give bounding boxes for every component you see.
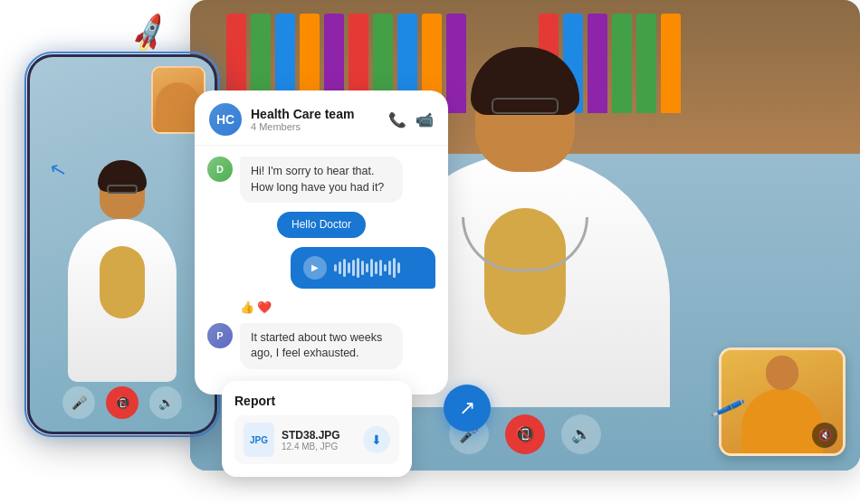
main-end-call-btn[interactable]: 📵 xyxy=(505,414,545,454)
thumbnail-mute-icon: 🔇 xyxy=(812,423,837,448)
reaction-thumbs: 👍 xyxy=(240,300,254,314)
file-type-icon: JPG xyxy=(244,423,274,457)
phone-mic-btn[interactable]: 🎤 xyxy=(62,386,95,419)
file-size: 12.4 MB, JPG xyxy=(282,442,356,452)
msg-bubble-1: Hi! I'm sorry to hear that. How long hav… xyxy=(240,157,403,203)
message-reactions: 👍 ❤️ xyxy=(240,300,435,314)
chat-video-icon[interactable]: 📹 xyxy=(416,111,434,128)
file-info: STD38.JPG 12.4 MB, JPG xyxy=(282,429,356,452)
chat-call-icon[interactable]: 📞 xyxy=(388,111,406,128)
voice-waveform xyxy=(334,258,423,278)
voice-message-bubble: ▶ xyxy=(291,247,435,289)
message-voice: ▶ xyxy=(207,247,435,289)
chat-panel: HC Health Care team 4 Members 📞 📹 D Hi! … xyxy=(195,90,448,395)
chat-header: HC Health Care team 4 Members 📞 📹 xyxy=(195,90,448,146)
download-btn[interactable]: ⬇ xyxy=(363,426,390,453)
chat-messages-list: D Hi! I'm sorry to hear that. How long h… xyxy=(195,146,448,380)
main-speaker-btn[interactable]: 🔊 xyxy=(561,414,601,454)
message-received-1: D Hi! I'm sorry to hear that. How long h… xyxy=(207,157,435,203)
share-forward-btn[interactable]: ↗ xyxy=(444,385,491,432)
share-icon: ↗ xyxy=(459,396,475,420)
msg-avatar-2: P xyxy=(207,323,233,348)
rocket-decoration: 🚀 xyxy=(127,11,173,55)
msg-bubble-hello: Hello Doctor xyxy=(277,212,366,238)
chat-members-count: 4 Members xyxy=(251,121,379,132)
msg-avatar-1: D xyxy=(207,157,233,182)
phone-panel: 🎤 📵 🔊 xyxy=(27,54,217,434)
report-card: Report JPG STD38.JPG 12.4 MB, JPG ⬇ xyxy=(222,381,412,477)
phone-speaker-btn[interactable]: 🔊 xyxy=(149,386,182,419)
chat-group-avatar: HC xyxy=(209,103,242,136)
report-file-item: JPG STD38.JPG 12.4 MB, JPG ⬇ xyxy=(234,415,399,464)
file-name: STD38.JPG xyxy=(282,429,356,442)
chat-header-info: Health Care team 4 Members xyxy=(251,107,379,132)
phone-end-call-btn[interactable]: 📵 xyxy=(106,386,139,419)
chat-action-buttons: 📞 📹 xyxy=(388,111,434,128)
phone-doctor-figure xyxy=(30,165,215,382)
report-title: Report xyxy=(234,394,399,408)
chat-group-name: Health Care team xyxy=(251,107,379,121)
phone-call-controls: 🎤 📵 🔊 xyxy=(62,386,182,419)
message-received-2: P It started about two weeks ago, I feel… xyxy=(207,323,435,369)
msg-bubble-2: It started about two weeks ago, I feel e… xyxy=(240,323,403,369)
reaction-heart: ❤️ xyxy=(257,300,272,314)
message-sent-pill: Hello Doctor xyxy=(207,212,435,238)
voice-play-btn[interactable]: ▶ xyxy=(303,256,327,280)
phone-video-bg: 🎤 📵 🔊 xyxy=(30,57,215,432)
